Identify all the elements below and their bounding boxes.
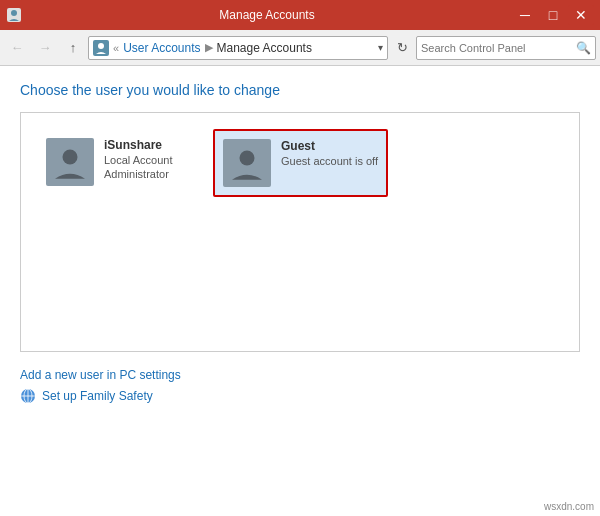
- account-type-isunshare: Local Account: [104, 154, 173, 166]
- family-safety-label: Set up Family Safety: [42, 389, 153, 403]
- breadcrumb-manage-accounts: Manage Accounts: [217, 41, 312, 55]
- up-button[interactable]: ↑: [60, 36, 86, 60]
- family-safety-link[interactable]: Set up Family Safety: [20, 388, 580, 404]
- svg-point-1: [11, 10, 17, 16]
- search-icon[interactable]: 🔍: [576, 41, 591, 55]
- bottom-links: Add a new user in PC settings Set up Fam…: [20, 368, 580, 404]
- add-user-link[interactable]: Add a new user in PC settings: [20, 368, 580, 382]
- add-user-label: Add a new user in PC settings: [20, 368, 181, 382]
- main-content: Choose the user you would like to change…: [0, 66, 600, 516]
- address-dropdown-button[interactable]: ▾: [378, 42, 383, 53]
- address-separator2: ▶: [205, 41, 213, 54]
- svg-point-5: [63, 150, 78, 165]
- avatar-guest-icon: [227, 143, 267, 183]
- titlebar-left: [6, 7, 22, 23]
- account-status-guest: Guest account is off: [281, 155, 378, 167]
- account-item-isunshare[interactable]: iSunshare Local Account Administrator: [37, 129, 197, 195]
- account-name-isunshare: iSunshare: [104, 138, 173, 152]
- breadcrumb-user-accounts[interactable]: User Accounts: [123, 41, 200, 55]
- account-name-guest: Guest: [281, 139, 378, 153]
- avatar-guest: [223, 139, 271, 187]
- account-info-isunshare: iSunshare Local Account Administrator: [104, 138, 173, 180]
- minimize-button[interactable]: ─: [512, 5, 538, 25]
- refresh-button[interactable]: ↻: [390, 36, 414, 60]
- globe-icon: [20, 388, 36, 404]
- titlebar-center: Manage Accounts: [22, 8, 512, 22]
- account-role-isunshare: Administrator: [104, 168, 173, 180]
- user-accounts-icon: [93, 40, 109, 56]
- maximize-button[interactable]: □: [540, 5, 566, 25]
- page-title: Choose the user you would like to change: [20, 82, 580, 98]
- search-box: 🔍: [416, 36, 596, 60]
- family-safety-icon: [20, 388, 36, 404]
- titlebar: Manage Accounts ─ □ ✕: [0, 0, 600, 30]
- accounts-container: iSunshare Local Account Administrator Gu…: [20, 112, 580, 352]
- avatar-isunshare: [46, 138, 94, 186]
- address-bar: « User Accounts ▶ Manage Accounts ▾: [88, 36, 388, 60]
- app-icon: [6, 7, 22, 23]
- account-item-guest[interactable]: Guest Guest account is off: [213, 129, 388, 197]
- avatar-person-icon: [50, 142, 90, 182]
- forward-button[interactable]: →: [32, 36, 58, 60]
- address-separator1: «: [113, 42, 119, 54]
- window-title: Manage Accounts: [219, 8, 314, 22]
- back-button[interactable]: ←: [4, 36, 30, 60]
- svg-point-7: [240, 151, 255, 166]
- svg-point-3: [98, 43, 104, 49]
- search-input[interactable]: [421, 42, 572, 54]
- close-button[interactable]: ✕: [568, 5, 594, 25]
- navbar: ← → ↑ « User Accounts ▶ Manage Accounts …: [0, 30, 600, 66]
- account-info-guest: Guest Guest account is off: [281, 139, 378, 167]
- titlebar-controls: ─ □ ✕: [512, 5, 594, 25]
